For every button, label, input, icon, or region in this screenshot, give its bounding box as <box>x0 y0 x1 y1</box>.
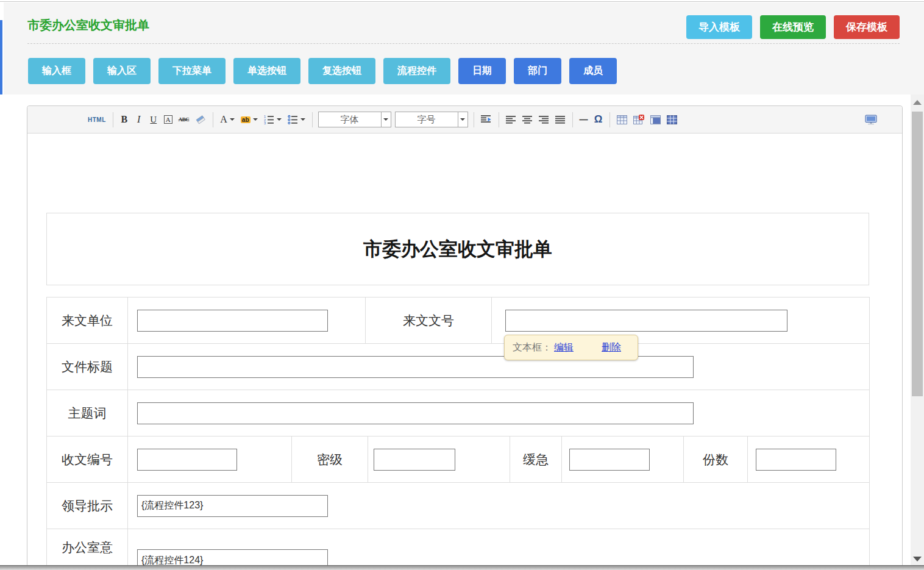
font-color-icon[interactable]: A <box>217 111 238 128</box>
cell-office-opinion <box>128 529 870 570</box>
label-document-title: 文件标题 <box>47 344 128 390</box>
chevron-down-icon <box>277 118 282 121</box>
align-right-icon[interactable] <box>536 111 552 128</box>
font-family-select[interactable]: 字体 <box>318 112 391 127</box>
subject-words-input[interactable] <box>137 402 694 424</box>
cell-copies <box>748 436 870 483</box>
leader-instructions-input[interactable] <box>137 495 328 517</box>
italic-icon[interactable]: I <box>132 111 146 128</box>
horizontal-rule-icon[interactable]: — <box>577 111 591 128</box>
textbox-tooltip: 文本框： 编辑 删除 <box>504 335 638 360</box>
table-row: 文件标题 <box>47 344 870 390</box>
ordered-list-icon[interactable]: 123 <box>261 111 285 128</box>
receipt-number-input[interactable] <box>137 449 237 471</box>
scroll-up-arrow-icon[interactable] <box>913 100 922 105</box>
edit-link[interactable]: 编辑 <box>554 341 574 354</box>
chevron-down-icon <box>300 118 305 121</box>
table-row: 办公室意 <box>47 529 870 570</box>
bold-icon[interactable]: B <box>117 111 132 128</box>
import-template-button[interactable]: 导入模板 <box>686 15 752 39</box>
table-row: 主题词 <box>47 390 870 436</box>
page-title: 市委办公室收文审批单 <box>27 17 149 34</box>
label-copies: 份数 <box>684 436 748 483</box>
department-button[interactable]: 部门 <box>514 58 561 84</box>
form-table: 来文单位 来文文号 文件标题 <box>46 297 870 570</box>
rich-text-editor: HTML B I U A ABC A ab 123 字体 <box>27 105 903 570</box>
eraser-icon[interactable] <box>192 111 209 128</box>
special-character-icon[interactable]: Ω <box>591 111 606 128</box>
align-left-icon[interactable] <box>503 111 519 128</box>
copies-input[interactable] <box>756 449 836 471</box>
cell-receipt-number <box>128 436 292 483</box>
cell-document-title <box>128 344 870 390</box>
secrecy-level-input[interactable] <box>374 449 455 471</box>
toolbar-separator <box>113 112 113 127</box>
scrollbar-thumb[interactable] <box>912 112 923 396</box>
toolbar-separator <box>213 112 213 127</box>
label-receipt-number: 收文编号 <box>47 436 128 483</box>
save-template-button[interactable]: 保存模板 <box>834 15 900 39</box>
merge-cells-icon[interactable] <box>647 111 664 128</box>
document-number-input[interactable] <box>505 310 787 332</box>
input-box-button[interactable]: 输入框 <box>28 58 85 84</box>
label-subject-words: 主题词 <box>47 390 128 436</box>
label-secrecy-level: 密级 <box>292 436 368 483</box>
strikethrough-icon[interactable]: ABC <box>176 111 193 128</box>
vertical-scrollbar[interactable] <box>911 94 924 570</box>
flow-control-button[interactable]: 流程控件 <box>383 58 450 84</box>
chevron-down-icon <box>253 118 258 121</box>
source-unit-input[interactable] <box>137 310 328 332</box>
tooltip-label: 文本框： <box>513 341 552 354</box>
insert-table-icon[interactable] <box>614 111 630 128</box>
control-buttons: 输入框 输入区 下拉菜单 单选按钮 复选按钮 流程控件 日期 部门 成员 <box>28 58 617 84</box>
form-title-box: 市委办公室收文审批单 <box>46 213 869 285</box>
member-button[interactable]: 成员 <box>569 58 617 84</box>
toolbar-separator <box>609 112 610 127</box>
radio-button[interactable]: 单选按钮 <box>233 58 300 84</box>
svg-text:3: 3 <box>264 121 266 124</box>
chevron-down-icon <box>458 112 467 127</box>
highlight-color-icon[interactable]: ab <box>238 111 261 128</box>
fullscreen-monitor-icon[interactable] <box>862 111 880 128</box>
html-source-icon[interactable]: HTML <box>85 111 109 128</box>
dashed-divider <box>27 43 900 44</box>
table-row: 来文单位 来文文号 <box>47 297 870 344</box>
align-justify-icon[interactable] <box>552 111 569 128</box>
label-source-unit: 来文单位 <box>47 297 128 344</box>
label-leader-instructions: 领导批示 <box>47 483 128 529</box>
top-divider <box>0 1 924 2</box>
align-center-icon[interactable] <box>519 111 536 128</box>
toolbar-separator <box>474 112 474 127</box>
online-preview-button[interactable]: 在线预览 <box>760 15 826 39</box>
delete-link[interactable]: 删除 <box>602 341 621 354</box>
editor-content[interactable]: 市委办公室收文审批单 来文单位 来文文号 文件标题 <box>27 134 902 570</box>
cell-subject-words <box>128 390 870 436</box>
indent-icon[interactable] <box>478 111 495 128</box>
font-size-select[interactable]: 字号 <box>395 112 468 127</box>
scroll-down-arrow-icon[interactable] <box>913 557 922 561</box>
label-urgency: 缓急 <box>510 436 562 483</box>
toolbar-separator <box>499 112 499 127</box>
input-area-button[interactable]: 输入区 <box>93 58 151 84</box>
font-attribute-icon[interactable]: A <box>161 111 176 128</box>
toolbar-separator <box>572 112 573 127</box>
chevron-down-icon <box>381 112 391 127</box>
left-edge-fragment <box>0 20 2 94</box>
label-office-opinion: 办公室意 <box>47 529 128 570</box>
date-button[interactable]: 日期 <box>458 58 506 84</box>
cell-source-unit <box>128 297 366 344</box>
cell-urgency <box>562 436 684 483</box>
form-title: 市委办公室收文审批单 <box>363 237 552 262</box>
dropdown-button[interactable]: 下拉菜单 <box>158 58 226 84</box>
editor-toolbar: HTML B I U A ABC A ab 123 字体 <box>27 106 902 134</box>
checkbox-button[interactable]: 复选按钮 <box>308 58 375 84</box>
delete-table-icon[interactable] <box>630 111 647 128</box>
unordered-list-icon[interactable] <box>285 111 308 128</box>
urgency-input[interactable] <box>569 449 650 471</box>
table-cell-props-icon[interactable] <box>664 111 680 128</box>
cell-leader-instructions <box>128 483 870 529</box>
chevron-down-icon <box>230 118 235 121</box>
header-actions: 导入模板 在线预览 保存模板 <box>686 15 900 39</box>
toolbar-separator <box>312 112 313 127</box>
underline-icon[interactable]: U <box>146 111 161 128</box>
